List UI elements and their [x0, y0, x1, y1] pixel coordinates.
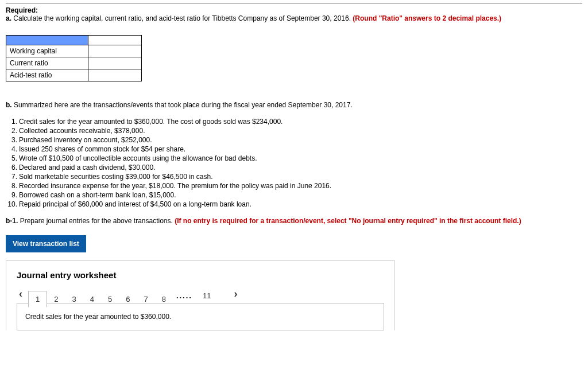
table-row: Current ratio	[6, 57, 142, 69]
journal-entry-panel: Credit sales for the year amounted to $3…	[17, 303, 384, 330]
list-item-text: Borrowed cash on a short-term bank loan,…	[19, 190, 176, 200]
list-item: 1. Credit sales for the year amounted to…	[6, 117, 582, 126]
worksheet-pager: ‹ 12345678 ..... 11 ›	[17, 288, 384, 303]
list-item: 2. Collected accounts receivable, $378,0…	[6, 126, 582, 135]
table-row: Working capital	[6, 45, 142, 57]
part-b1-text: Prepare journal entries for the above tr…	[18, 217, 175, 225]
list-item-text: Recorded insurance expense for the year,…	[19, 181, 331, 190]
view-transaction-list-button[interactable]: View transaction list	[6, 235, 86, 252]
pager-dots: .....	[173, 288, 196, 303]
list-item: 10. Repaid principal of $60,000 and inte…	[6, 200, 582, 209]
list-item: 8. Recorded insurance expense for the ye…	[6, 181, 582, 190]
part-a-text: Calculate the working capital, current r…	[11, 14, 353, 22]
list-item: 4. Issued 250 shares of common stock for…	[6, 145, 582, 154]
list-item-number: 1.	[6, 117, 19, 126]
part-b1: b-1. Prepare journal entries for the abo…	[6, 217, 582, 225]
required-header: Required: a. Calculate the working capit…	[6, 6, 582, 22]
worksheet-title: Journal entry worksheet	[17, 270, 384, 280]
table-row: Acid-test ratio	[6, 69, 142, 81]
part-b-prefix: b.	[6, 101, 12, 109]
calc-table: Working capital Current ratio Acid-test …	[6, 35, 142, 81]
journal-entry-text: Credit sales for the year amounted to $3…	[25, 313, 171, 321]
pager-tab-last[interactable]: 11	[196, 288, 218, 303]
list-item-number: 9.	[6, 190, 19, 200]
list-item-number: 2.	[6, 126, 19, 135]
chevron-left-icon[interactable]: ‹	[17, 288, 28, 303]
list-item-number: 8.	[6, 181, 19, 190]
list-item-number: 5.	[6, 154, 19, 163]
calc-row-input[interactable]	[88, 57, 142, 69]
transaction-list: 1. Credit sales for the year amounted to…	[6, 117, 582, 209]
part-b: b. Summarized here are the transactions/…	[6, 101, 582, 109]
list-item-text: Wrote off $10,500 of uncollectible accou…	[19, 154, 257, 163]
part-a-note: (Round "Ratio" answers to 2 decimal plac…	[353, 14, 501, 22]
calc-row-input[interactable]	[88, 45, 142, 57]
list-item: 7. Sold marketable securities costing $3…	[6, 172, 582, 181]
list-item-text: Purchased inventory on account, $252,000…	[19, 135, 152, 145]
chevron-right-icon[interactable]: ›	[231, 288, 243, 303]
journal-worksheet: Journal entry worksheet ‹ 12345678 .....…	[6, 260, 395, 330]
list-item-number: 6.	[6, 163, 19, 172]
calc-row-label: Acid-test ratio	[6, 69, 88, 81]
part-b1-prefix: b-1.	[6, 217, 18, 225]
pager-tab[interactable]: 1	[28, 291, 47, 307]
list-item-number: 10.	[6, 200, 19, 209]
list-item-text: Declared and paid a cash dividend, $30,0…	[19, 163, 156, 172]
calc-row-label: Current ratio	[6, 57, 88, 69]
list-item: 3. Purchased inventory on account, $252,…	[6, 135, 582, 145]
list-item: 5. Wrote off $10,500 of uncollectible ac…	[6, 154, 582, 163]
list-item-text: Credit sales for the year amounted to $3…	[19, 117, 283, 126]
list-item: 9. Borrowed cash on a short-term bank lo…	[6, 190, 582, 200]
list-item-text: Issued 250 shares of common stock for $5…	[19, 145, 185, 154]
list-item-text: Sold marketable securities costing $39,0…	[19, 172, 213, 181]
part-b1-note: (If no entry is required for a transacti…	[175, 217, 521, 225]
required-label: Required:	[6, 6, 38, 14]
list-item-text: Repaid principal of $60,000 and interest…	[19, 200, 252, 209]
list-item-number: 4.	[6, 145, 19, 154]
list-item-number: 7.	[6, 172, 19, 181]
list-item: 6. Declared and paid a cash dividend, $3…	[6, 163, 582, 172]
list-item-number: 3.	[6, 135, 19, 145]
calc-row-input[interactable]	[88, 69, 142, 81]
part-b-text: Summarized here are the transactions/eve…	[12, 101, 353, 109]
calc-row-label: Working capital	[6, 45, 88, 57]
part-a-prefix: a.	[6, 14, 11, 22]
list-item-text: Collected accounts receivable, $378,000.	[19, 126, 145, 135]
